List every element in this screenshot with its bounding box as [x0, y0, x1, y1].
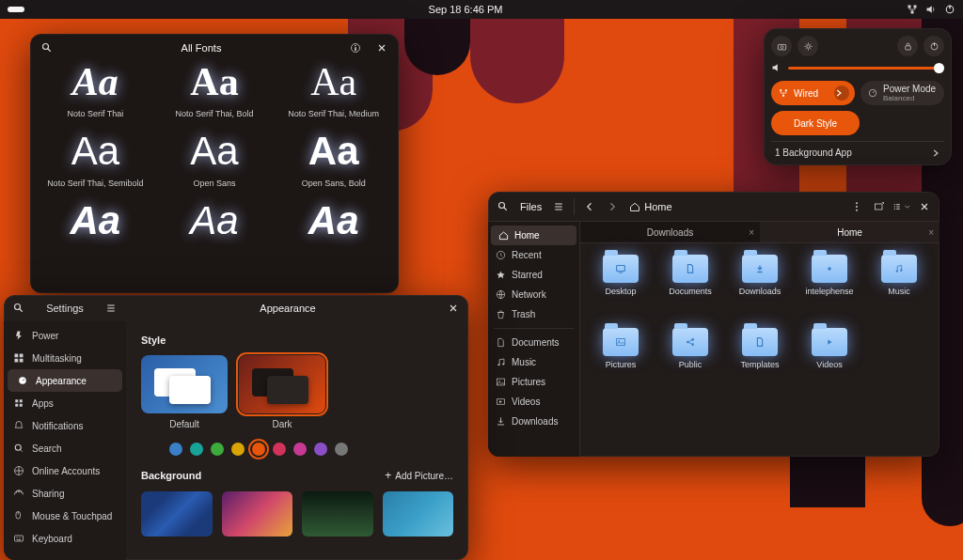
svg-rect-44 — [20, 359, 24, 363]
path-bar[interactable]: Home — [629, 201, 671, 212]
font-cell[interactable]: AaNoto Serif Thai, Bold — [157, 62, 273, 126]
files-close-button[interactable] — [915, 197, 934, 216]
sidebar-item-trash[interactable]: Trash — [488, 304, 579, 324]
nav-back-button[interactable] — [580, 197, 599, 216]
font-cell[interactable]: AaOpen Sans — [157, 132, 273, 195]
recent-icon — [496, 250, 506, 260]
accent-color[interactable] — [252, 443, 265, 456]
add-picture-button[interactable]: +Add Picture… — [385, 469, 453, 482]
accent-color[interactable] — [231, 443, 245, 456]
font-label: Open Sans, Bold — [302, 179, 366, 188]
background-thumb[interactable] — [141, 491, 213, 537]
wired-toggle[interactable]: Wired — [771, 81, 855, 105]
font-cell[interactable]: Aa — [276, 201, 391, 256]
font-cell[interactable]: Aa — [157, 201, 273, 256]
font-cell[interactable]: AaNoto Serif Thai — [38, 62, 153, 126]
font-sample: Aa — [308, 132, 359, 171]
system-tray[interactable] — [907, 4, 955, 15]
folder-documents[interactable]: Documents — [655, 255, 725, 322]
svg-point-32 — [828, 267, 831, 271]
settings-search-button[interactable] — [9, 299, 28, 318]
sidebar-item-documents[interactable]: Documents — [488, 333, 579, 352]
font-cell[interactable]: AaNoto Serif Thai, Semibold — [38, 132, 153, 195]
tab-downloads[interactable]: Downloads× — [580, 222, 760, 242]
folder-downloads[interactable]: Downloads — [725, 255, 795, 322]
sidebar-item-multitasking[interactable]: Multitasking — [4, 347, 126, 369]
folder-videos[interactable]: Videos — [795, 328, 864, 396]
font-cell[interactable]: Aa — [38, 201, 153, 256]
style-option-default[interactable]: Default — [141, 355, 228, 429]
accent-color[interactable] — [190, 443, 203, 456]
tab-home[interactable]: Home× — [760, 222, 939, 242]
sidebar-item-online-accounts[interactable]: Online Accounts — [4, 459, 126, 482]
folder-public[interactable]: Public — [655, 328, 725, 396]
accent-color[interactable] — [211, 443, 224, 456]
close-button[interactable] — [372, 39, 391, 57]
background-thumb[interactable] — [302, 491, 373, 537]
search-button[interactable] — [38, 39, 56, 57]
folder-pictures[interactable]: Pictures — [586, 328, 655, 396]
sidebar-item-videos[interactable]: Videos — [488, 392, 579, 412]
chevron-right-icon — [607, 201, 618, 212]
font-sample: Aa — [190, 132, 238, 171]
accent-color[interactable] — [169, 443, 182, 456]
sidebar-item-notifications[interactable]: Notifications — [4, 414, 126, 437]
screenshot-button[interactable] — [771, 36, 792, 56]
sidebar-item-appearance[interactable]: Appearance — [8, 369, 122, 392]
sidebar-item-apps[interactable]: Apps — [4, 392, 126, 414]
font-cell[interactable]: AaNoto Serif Thai, Medium — [276, 62, 391, 126]
lock-button[interactable] — [897, 36, 918, 56]
lock-icon — [903, 41, 913, 52]
sidebar-item-music[interactable]: Music — [488, 352, 579, 372]
clock[interactable]: Sep 18 6:46 PM — [429, 4, 503, 15]
sidebar-item-home[interactable]: Home — [491, 226, 576, 245]
tab-close[interactable]: × — [928, 227, 934, 238]
sidebar-item-recent[interactable]: Recent — [488, 245, 579, 265]
view-menu[interactable] — [892, 197, 911, 216]
new-tab-button[interactable] — [870, 197, 889, 216]
folder-music[interactable]: Music — [864, 255, 934, 322]
accent-color[interactable] — [314, 443, 327, 456]
files-main-menu[interactable] — [847, 197, 866, 216]
sidebar-item-power[interactable]: Power — [4, 324, 126, 347]
sidebar-item-mouse-&-touchpad[interactable]: Mouse & Touchpad — [4, 505, 126, 527]
accent-color[interactable] — [293, 443, 307, 456]
nav-forward-button[interactable] — [603, 197, 622, 216]
dark-style-toggle[interactable]: Dark Style — [771, 111, 860, 135]
settings-close-button[interactable] — [444, 299, 463, 318]
folder-icon — [812, 328, 847, 356]
style-option-dark[interactable]: Dark — [239, 355, 325, 429]
accent-color[interactable] — [273, 443, 286, 456]
sidebar-item-downloads[interactable]: Downloads — [488, 412, 579, 431]
background-thumb[interactable] — [222, 491, 293, 537]
files-sidebar-menu[interactable] — [549, 197, 568, 216]
files-search-button[interactable] — [494, 197, 513, 216]
volume-slider[interactable] — [788, 67, 944, 70]
tab-close[interactable]: × — [749, 227, 754, 238]
folder-intelephense[interactable]: intelephense — [795, 255, 864, 322]
power-mode-toggle[interactable]: Power Mode Balanced — [860, 81, 944, 105]
activities-pill[interactable] — [8, 7, 24, 12]
dark-style-label: Dark Style — [794, 118, 837, 129]
sidebar-item-pictures[interactable]: Pictures — [488, 372, 579, 392]
background-apps-row[interactable]: 1 Background App — [771, 141, 944, 158]
background-thumb[interactable] — [383, 491, 454, 537]
info-button[interactable] — [346, 39, 365, 57]
wired-expand[interactable] — [834, 86, 849, 101]
font-cell[interactable]: AaOpen Sans, Bold — [276, 132, 391, 195]
sidebar-item-sharing[interactable]: Sharing — [4, 482, 126, 505]
settings-menu[interactable] — [102, 299, 120, 318]
power-button[interactable] — [924, 36, 944, 56]
sidebar-item-search[interactable]: Search — [4, 437, 126, 459]
svg-point-8 — [355, 45, 356, 47]
folder-templates[interactable]: Templates — [725, 328, 795, 396]
sidebar-item-network[interactable]: Network — [488, 285, 579, 304]
accent-color[interactable] — [335, 443, 348, 456]
power-mode-sub: Balanced — [883, 94, 936, 102]
sidebar-item-starred[interactable]: Starred — [488, 265, 579, 285]
files-app-label: Files — [520, 201, 542, 212]
folder-desktop[interactable]: Desktop — [586, 255, 655, 322]
settings-button[interactable] — [797, 36, 818, 56]
sidebar-item-keyboard[interactable]: Keyboard — [4, 527, 126, 550]
close-icon — [919, 201, 930, 212]
